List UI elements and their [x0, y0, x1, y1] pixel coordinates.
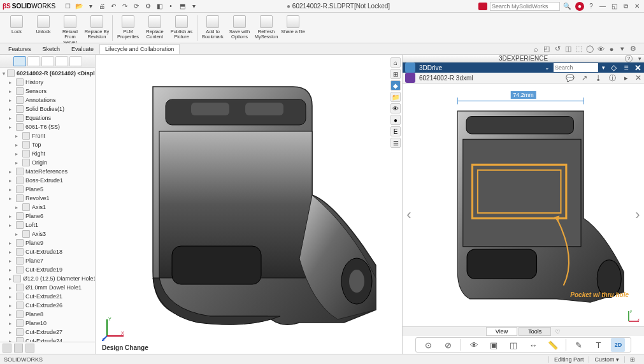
section-icon[interactable]: ◫ [564, 45, 573, 54]
tree-item[interactable]: ▸Origin [3, 158, 92, 167]
ribbon-bookmark[interactable]: Add to Bookmark [200, 14, 225, 41]
panel-dropdown-icon[interactable]: ▾ [638, 55, 641, 62]
display-style-icon[interactable]: ◯ [585, 45, 594, 54]
taskpane-lib-icon[interactable]: 📁 [390, 92, 401, 102]
ribbon-save-options[interactable]: Save with Options [227, 14, 252, 41]
tree-item[interactable]: ▸Equations [3, 113, 92, 122]
tree-item[interactable]: ▸Loft1 [3, 221, 92, 229]
doc-comment-icon[interactable]: 💬 [565, 73, 575, 83]
ribbon-replace-content[interactable]: Replace Content [142, 14, 168, 41]
minimize-icon[interactable]: — [598, 2, 607, 11]
compass-icon[interactable] [405, 62, 415, 73]
ribbon-unlock[interactable]: Unlock [31, 14, 56, 36]
fm-ft1[interactable] [3, 344, 11, 353]
status-extra-icon[interactable]: ⊞ [624, 356, 640, 363]
tree-item[interactable]: ▸Plane9 [3, 238, 92, 247]
doc-close-icon[interactable]: ✕ [635, 73, 641, 82]
options-icon[interactable]: ⚙ [143, 2, 152, 11]
feature-tree[interactable]: ▾60214002-R (6021402) <Display St... ▸Hi… [0, 68, 95, 342]
tool-2d-icon[interactable]: 2D [611, 338, 625, 352]
panel-tab-view[interactable]: View [486, 327, 517, 336]
taskpane-custom-icon[interactable]: E [390, 126, 401, 136]
tree-item[interactable]: ▸Right [3, 149, 92, 158]
tree-item[interactable]: ▸Annotations [3, 96, 92, 105]
tree-item[interactable]: ▸Sensors [3, 87, 92, 96]
tree-item[interactable]: ▸Plane6 [3, 212, 92, 221]
tree-item[interactable]: ▸Axis3 [3, 229, 92, 238]
tab-sketch[interactable]: Sketch [37, 44, 66, 54]
open-icon[interactable]: 📂 [75, 2, 83, 11]
taskpane-resources-icon[interactable]: ⊞ [390, 69, 401, 79]
taskpane-view-icon[interactable]: 👁 [390, 103, 401, 113]
panel-viewport[interactable]: ‹ › 74.2mm Pocket w/ thru hole [403, 84, 644, 326]
tree-item[interactable]: ▸MateReferences [3, 167, 92, 176]
diamond-icon[interactable]: ◇ [609, 63, 618, 72]
prev-slide-icon[interactable]: ‹ [404, 205, 414, 224]
tree-root[interactable]: ▾60214002-R (6021402) <Display St... [3, 69, 92, 78]
fm-ft2[interactable] [14, 344, 23, 353]
cloud-status-icon[interactable]: ● [575, 2, 584, 11]
undo-icon[interactable]: ↶ [109, 2, 118, 11]
fm-tab-config[interactable] [41, 56, 54, 66]
appearance-icon[interactable]: ● [607, 45, 616, 54]
view-orient-icon[interactable]: ⬚ [575, 45, 583, 54]
fm-tab-property[interactable] [27, 56, 40, 66]
tree-item[interactable]: ▸Revolve1 [3, 194, 92, 203]
ext1-icon[interactable]: ◧ [155, 2, 164, 11]
tab-evaluate[interactable]: Evaluate [66, 44, 99, 54]
tool-measure-icon[interactable]: ↔ [526, 338, 540, 352]
tree-item[interactable]: ▸Cut-Extrude27 [3, 328, 92, 337]
save-icon[interactable]: ▾ [86, 2, 95, 11]
zoom-fit-icon[interactable]: ⌕ [531, 45, 540, 54]
tool-explode-icon[interactable]: ⊙ [421, 338, 435, 352]
zoom-area-icon[interactable]: ◰ [542, 45, 551, 54]
redo-icon[interactable]: ↷ [120, 2, 129, 11]
taskpane-home-icon[interactable]: ⌂ [390, 57, 401, 68]
fm-tab-tree[interactable] [13, 56, 26, 66]
taskpane-forum-icon[interactable]: ☰ [390, 138, 401, 148]
tree-item[interactable]: ▸Front [3, 131, 92, 140]
new-icon[interactable]: ☐ [63, 2, 72, 11]
tree-item[interactable]: ▸Boss-Extrude1 [3, 176, 92, 185]
taskpane-3dx-icon[interactable]: ◆ [390, 80, 401, 91]
tool-text-icon[interactable]: T [592, 338, 606, 352]
print-icon[interactable]: 🖨 [97, 2, 106, 11]
tree-item[interactable]: ▸Ø1.0mm Dowel Hole1 [3, 283, 92, 292]
panel-search-input[interactable] [554, 63, 598, 72]
restore2-icon[interactable]: ⧉ [621, 2, 630, 11]
scene-icon[interactable]: ▾ [618, 45, 627, 54]
tree-item[interactable]: ▸Solid Bodies(1) [3, 105, 92, 113]
panel-search-dd[interactable]: ▾ [602, 64, 605, 71]
ext4-icon[interactable]: ▾ [189, 2, 198, 11]
graphics-viewport[interactable]: Y X Z Design Change ⌂ ⊞ ◆ 📁 👁 ● E ☰ [96, 55, 402, 354]
drive-dropdown-icon[interactable]: ⌄ [545, 64, 550, 71]
ribbon-reload[interactable]: Reload From Server [57, 14, 83, 47]
doc-download-icon[interactable]: ⭳ [593, 73, 603, 83]
panel-triad[interactable]: y z [626, 309, 641, 324]
tree-item[interactable]: ▸Plane7 [3, 256, 92, 265]
next-slide-icon[interactable]: › [633, 205, 643, 224]
tool-eye-icon[interactable]: 👁 [467, 338, 481, 352]
restore-icon[interactable]: ◱ [610, 2, 619, 11]
fm-ft3[interactable] [25, 344, 34, 353]
fm-tab-cam[interactable] [69, 56, 82, 66]
help-icon[interactable]: ? [587, 2, 596, 11]
ribbon-share[interactable]: Share a file [280, 14, 306, 36]
tool-section-icon[interactable]: ◫ [506, 338, 520, 352]
tree-item[interactable]: ▸Cut-Extrude19 [3, 265, 92, 274]
panel-tab-tools[interactable]: Tools [519, 327, 551, 336]
tool-fit-icon[interactable]: ⊘ [441, 338, 455, 352]
prev-view-icon[interactable]: ↺ [553, 45, 562, 54]
ribbon-refresh-session[interactable]: Refresh MySession [254, 14, 279, 41]
tree-item[interactable]: ▸Plane5 [3, 185, 92, 194]
panel-help-icon[interactable]: ? [625, 55, 633, 62]
orientation-triad[interactable]: Y X Z [102, 316, 127, 341]
search-icon[interactable]: 🔍 [562, 2, 571, 11]
tool-ruler-icon[interactable]: 📏 [546, 338, 560, 352]
close-icon[interactable]: ✕ [633, 2, 641, 11]
panel-tab-fav-icon[interactable]: ♡ [555, 328, 561, 335]
status-units[interactable]: Custom ▾ [589, 356, 624, 363]
tool-pen-icon[interactable]: ✎ [572, 338, 586, 352]
ext2-icon[interactable]: • [166, 2, 175, 11]
ribbon-plm-props[interactable]: PLM Properties [115, 14, 141, 41]
